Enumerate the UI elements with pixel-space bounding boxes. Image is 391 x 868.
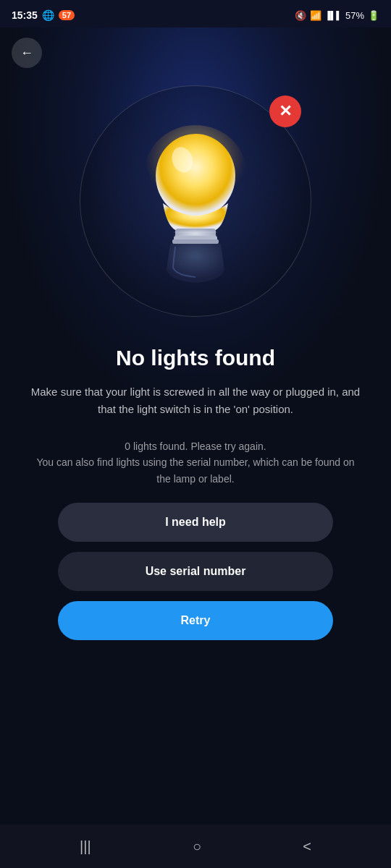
- subtitle-text: Make sure that your light is screwed in …: [22, 383, 369, 418]
- mute-icon: 🔇: [295, 10, 306, 21]
- text-section: No lights found Make sure that your ligh…: [0, 346, 391, 418]
- status-bar: 15:35 🌐 57 🔇 📶 ▐▌▌ 57% 🔋: [0, 0, 391, 27]
- buttons-section: I need help Use serial number Retry: [0, 503, 391, 640]
- svg-rect-5: [172, 239, 219, 244]
- error-x-icon: ✕: [279, 103, 292, 119]
- error-badge: ✕: [269, 95, 301, 127]
- battery-text: 57%: [345, 10, 364, 21]
- retry-button-label: Retry: [181, 614, 211, 626]
- globe-icon: 🌐: [42, 9, 54, 21]
- back-button[interactable]: ←: [12, 38, 42, 68]
- info-text: 0 lights found. Please try again.You can…: [29, 438, 362, 487]
- info-section: 0 lights found. Please try again.You can…: [0, 438, 391, 487]
- help-button[interactable]: I need help: [58, 503, 333, 542]
- battery-icon: 🔋: [368, 10, 379, 21]
- retry-button[interactable]: Retry: [58, 601, 333, 640]
- page-title: No lights found: [22, 346, 369, 370]
- help-button-label: I need help: [165, 516, 226, 528]
- serial-button-label: Use serial number: [146, 565, 246, 577]
- wifi-icon: 📶: [310, 10, 321, 21]
- serial-number-button[interactable]: Use serial number: [58, 552, 333, 591]
- notification-badge: 57: [59, 10, 75, 20]
- time-display: 15:35: [12, 9, 38, 21]
- signal-icon: ▐▌▌: [325, 11, 342, 20]
- back-arrow-icon: ←: [20, 46, 33, 61]
- bulb-illustration: [123, 118, 268, 284]
- bulb-circle-container: ✕: [80, 85, 311, 317]
- svg-point-1: [156, 134, 235, 218]
